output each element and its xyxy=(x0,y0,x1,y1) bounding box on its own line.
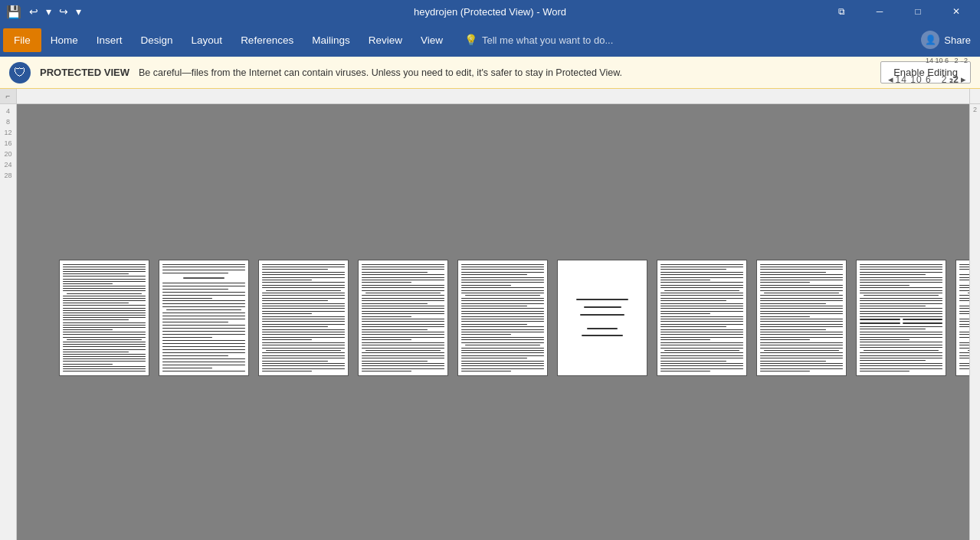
undo-dropdown[interactable]: ▾ xyxy=(43,4,54,19)
page-thumbnail-4[interactable] xyxy=(358,260,448,376)
shield-icon-wrapper: 🛡 xyxy=(9,62,31,83)
page-counter: ₂2 xyxy=(949,74,959,85)
menu-mailings[interactable]: Mailings xyxy=(303,28,359,52)
right-ruler: 2 xyxy=(969,104,980,540)
window-controls: ⧉ ─ □ ✕ xyxy=(824,0,974,23)
menu-design[interactable]: Design xyxy=(132,28,182,52)
title-bar-left: 💾 ↩ ▾ ↪ ▾ xyxy=(6,4,84,19)
menu-home[interactable]: Home xyxy=(41,28,87,52)
user-avatar: 👤 xyxy=(921,31,939,49)
menu-references[interactable]: References xyxy=(231,28,303,52)
document-content-area xyxy=(17,104,969,540)
share-area: 👤 Share xyxy=(921,31,977,49)
page-thumbnail-8[interactable] xyxy=(756,260,847,376)
menu-view[interactable]: View xyxy=(411,28,452,52)
page-navigation: ◂ 14 10 6 2 ₂2 ▸ xyxy=(888,74,966,85)
ruler-corner: ⌐ xyxy=(0,89,17,104)
prev-nav-arrow[interactable]: ◂ xyxy=(888,74,893,85)
search-bar[interactable]: 💡 Tell me what you want to do... xyxy=(464,34,921,46)
restore-down-button[interactable]: ⧉ xyxy=(824,0,859,23)
document-bottom-area xyxy=(17,391,969,541)
maximize-button[interactable]: □ xyxy=(900,0,936,23)
page-thumbnails-row xyxy=(17,254,969,391)
menu-bar: File Home Insert Design Layout Reference… xyxy=(0,23,980,57)
page-indicator-text: 14 10 6 2 xyxy=(896,74,948,85)
page-thumbnail-10[interactable] xyxy=(955,260,969,376)
share-label[interactable]: Share xyxy=(944,34,971,46)
search-placeholder: Tell me what you want to do... xyxy=(482,34,613,46)
protected-view-label: PROTECTED VIEW xyxy=(40,67,129,78)
page-thumbnail-5[interactable] xyxy=(457,260,548,376)
page-thumbnail-7[interactable] xyxy=(657,260,747,376)
ruler-right-indicator: 14 10 6 2 ₋2 xyxy=(969,89,980,104)
page-indicator: 14 10 6 2 ₋2 xyxy=(926,57,968,64)
page-thumbnail-9[interactable] xyxy=(856,260,946,376)
next-nav-arrow[interactable]: ▸ xyxy=(961,74,966,85)
page-thumbnail-6[interactable] xyxy=(557,260,647,376)
menu-file[interactable]: File xyxy=(3,28,41,52)
page-thumbnail-3[interactable] xyxy=(258,260,349,376)
page-thumbnail-1[interactable] xyxy=(59,260,149,376)
gray-top-area xyxy=(17,104,969,254)
menu-layout[interactable]: Layout xyxy=(182,28,232,52)
title-bar: 💾 ↩ ▾ ↪ ▾ heydrojen (Protected View) - W… xyxy=(0,0,980,23)
main-area: 4 8 12 16 20 24 28 xyxy=(0,104,980,540)
top-ruler xyxy=(17,89,969,104)
protected-view-message: Be careful—files from the Internet can c… xyxy=(139,67,871,78)
protected-view-bar: 🛡 PROTECTED VIEW Be careful—files from t… xyxy=(0,57,980,89)
menu-review[interactable]: Review xyxy=(359,28,411,52)
customize-button[interactable]: ▾ xyxy=(73,4,84,19)
redo-button[interactable]: ↪ xyxy=(56,4,71,19)
menu-insert[interactable]: Insert xyxy=(87,28,132,52)
shield-icon: 🛡 xyxy=(14,66,26,80)
close-button[interactable]: ✕ xyxy=(939,0,974,23)
window-title: heydrojen (Protected View) - Word xyxy=(414,6,566,18)
ruler-row: ⌐ 14 10 6 2 ₋2 xyxy=(0,89,980,104)
word-logo-icon: 💾 xyxy=(6,5,21,19)
page-thumbnail-2[interactable] xyxy=(159,260,249,376)
quick-access-toolbar: ↩ ▾ ↪ ▾ xyxy=(26,4,84,19)
left-ruler: 4 8 12 16 20 24 28 xyxy=(0,104,17,540)
minimize-button[interactable]: ─ xyxy=(862,0,897,23)
undo-button[interactable]: ↩ xyxy=(26,4,41,19)
search-icon: 💡 xyxy=(464,34,477,46)
